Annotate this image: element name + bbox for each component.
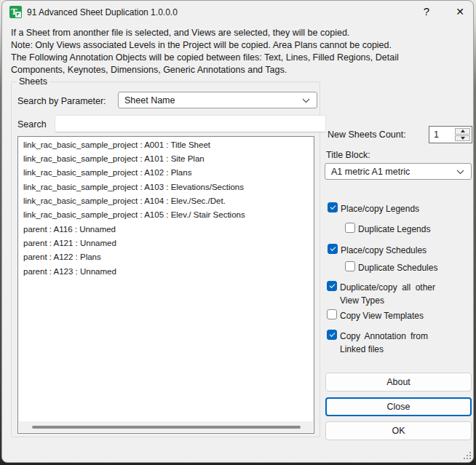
app-icon: T — [9, 6, 22, 18]
title-block-value: A1 metric A1 metric — [331, 167, 410, 177]
list-item[interactable]: parent : A122 : Plans — [18, 250, 314, 264]
search-parameter-value: Sheet Name — [124, 95, 175, 106]
window-title: 91 Advanced Sheet Duplication 1.0.0.0 — [27, 7, 178, 17]
new-sheets-count-value: 1 — [434, 130, 439, 140]
sheets-groupbox-label: Sheets — [17, 76, 49, 87]
title-bar: T 91 Advanced Sheet Duplication 1.0.0.0 … — [2, 1, 473, 23]
new-sheets-count-spinner[interactable]: 1 — [429, 126, 472, 143]
about-button[interactable]: About — [325, 373, 472, 392]
search-input[interactable] — [55, 115, 326, 132]
sheets-list: link_rac_basic_sample_project : A001 : T… — [18, 137, 314, 278]
intro-line-3: The Following Annotation Objects will be… — [11, 52, 399, 64]
search-label: Search — [17, 119, 47, 130]
checkbox-icon — [327, 330, 337, 340]
close-button[interactable]: Close — [325, 397, 472, 416]
checkbox-icon — [345, 261, 355, 271]
spinner-down-button[interactable] — [455, 135, 470, 142]
list-item[interactable]: link_rac_basic_sample_project : A103 : E… — [18, 180, 314, 194]
dialog-window: T 91 Advanced Sheet Duplication 1.0.0.0 … — [1, 0, 474, 463]
intro-line-1: If a Sheet from anonther file is selecte… — [11, 27, 399, 39]
ok-button[interactable]: OK — [325, 421, 472, 440]
resize-grip[interactable] — [464, 452, 471, 459]
sheets-listbox[interactable]: link_rac_basic_sample_project : A001 : T… — [17, 136, 314, 434]
list-item[interactable]: parent : A121 : Unnamed — [18, 236, 314, 250]
title-block-label: Title Block: — [326, 150, 370, 160]
list-item[interactable]: link_rac_basic_sample_project : A105 : E… — [18, 208, 314, 222]
list-item[interactable]: parent : A123 : Unnamed — [18, 264, 314, 278]
checkbox-icon — [328, 244, 338, 254]
checkbox-icon — [345, 223, 355, 233]
spinner-up-button[interactable] — [455, 128, 470, 135]
list-item[interactable]: parent : A116 : Unnamed — [18, 222, 314, 236]
close-window-button[interactable]: ✕ — [448, 1, 472, 23]
list-item[interactable]: link_rac_basic_sample_project : A001 : T… — [18, 138, 314, 151]
new-sheets-count-label: New Sheets Count: — [328, 130, 406, 140]
search-by-parameter-label: Search by Parameter: — [17, 96, 106, 106]
intro-line-2: Note: Only Views associated Levels in th… — [11, 39, 399, 52]
intro-line-4: Components, Keynotes, Dimensions, Generi… — [11, 64, 399, 76]
title-block-combobox[interactable]: A1 metric A1 metric — [325, 163, 472, 180]
horizontal-scrollbar-thumb[interactable] — [32, 426, 301, 429]
help-button[interactable]: ? — [416, 1, 437, 23]
chevron-down-icon — [302, 98, 310, 103]
checkbox-icon — [327, 309, 337, 319]
list-item[interactable]: link_rac_basic_sample_project : A101 : S… — [18, 151, 314, 165]
chevron-down-icon — [456, 170, 464, 175]
sheets-groupbox: Sheets Search by Parameter: Sheet Name S… — [11, 82, 320, 437]
search-parameter-combobox[interactable]: Sheet Name — [118, 92, 317, 108]
intro-text: If a Sheet from anonther file is selecte… — [11, 27, 399, 76]
checkbox-icon — [328, 202, 338, 212]
checkbox-icon — [327, 281, 337, 291]
list-item[interactable]: link_rac_basic_sample_project : A102 : P… — [18, 166, 314, 180]
horizontal-scrollbar[interactable] — [19, 421, 313, 432]
list-item[interactable]: link_rac_basic_sample_project : A104 : E… — [18, 194, 314, 207]
